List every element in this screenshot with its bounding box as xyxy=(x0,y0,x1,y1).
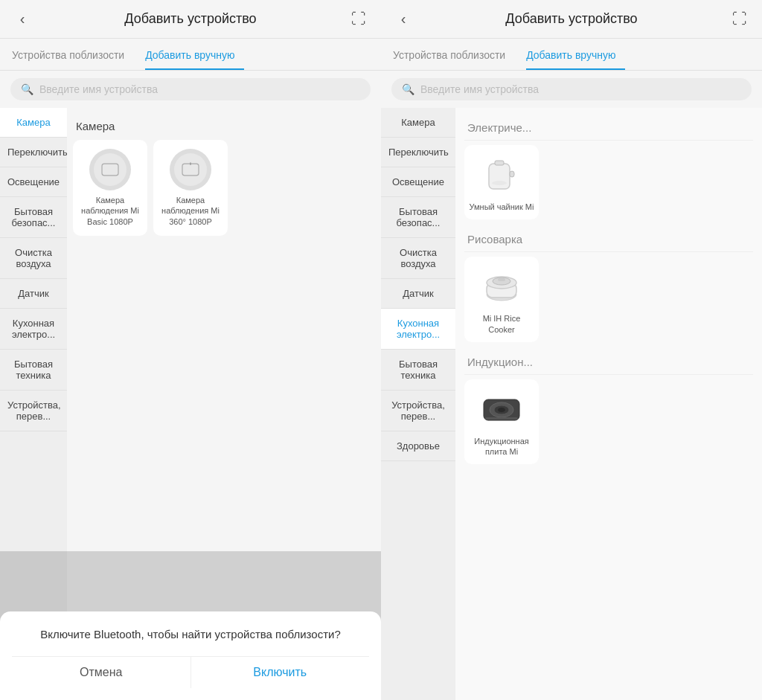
induction-icon xyxy=(479,387,524,431)
sidebar-item-security[interactable]: Бытовая безопас... xyxy=(0,197,67,238)
svg-point-23 xyxy=(498,408,505,412)
left-tabs: Устройства поблизости Добавить вручную xyxy=(0,39,381,71)
right-sidebar-switch[interactable]: Переключить xyxy=(381,138,455,167)
sidebar-item-camera[interactable]: Камера xyxy=(0,108,67,138)
camera1-icon xyxy=(89,149,131,190)
right-sidebar-kitchen[interactable]: Кухонная электро... xyxy=(381,309,455,350)
right-panel: ‹ Добавить устройство ⛶ Устройства побли… xyxy=(381,0,762,700)
sidebar-item-appliance[interactable]: Бытовая техника xyxy=(0,350,67,391)
dialog-overlay: Включите Bluetooth, чтобы найти устройст… xyxy=(0,551,381,700)
left-scan-icon[interactable]: ⛶ xyxy=(348,10,369,28)
rice-cooker-icon xyxy=(479,264,524,309)
right-search-bar[interactable]: 🔍 Введите имя устройства xyxy=(391,78,752,100)
right-sidebar-security[interactable]: Бытовая безопас... xyxy=(381,197,455,238)
svg-point-13 xyxy=(492,181,507,185)
device-card-induction[interactable]: Индукционная плита Mi xyxy=(464,379,539,465)
right-tabs: Устройства поблизости Добавить вручную xyxy=(381,39,762,71)
camera2-icon xyxy=(170,149,211,190)
right-header: ‹ Добавить устройство ⛶ xyxy=(381,0,762,39)
right-sidebar: Камера Переключить Освещение Бытовая без… xyxy=(381,108,455,700)
device-card-kettle[interactable]: Умный чайник Mi xyxy=(464,145,539,219)
camera2-name: Камера наблюдения Mi 360° 1080P xyxy=(159,195,222,227)
dialog-message: Включите Bluetooth, чтобы найти устройст… xyxy=(12,626,369,643)
left-section-heading: Камера xyxy=(73,115,375,140)
kettle-name: Умный чайник Mi xyxy=(470,202,534,212)
sidebar-item-sensor[interactable]: Датчик xyxy=(0,279,67,309)
right-tab-nearby[interactable]: Устройства поблизости xyxy=(393,45,514,70)
category-electric-label: Электриче... xyxy=(464,115,753,141)
device-card-camera2[interactable]: Камера наблюдения Mi 360° 1080P xyxy=(153,140,228,236)
category-electric: Электриче... Умный чайник Mi xyxy=(464,115,753,219)
svg-point-0 xyxy=(94,153,127,186)
category-rice-label: Рисоварка xyxy=(464,227,753,252)
sidebar-item-lighting[interactable]: Освещение xyxy=(0,167,67,197)
right-main-area: Электриче... Умный чайник Mi xyxy=(455,108,762,700)
svg-point-5 xyxy=(174,153,207,186)
sidebar-item-kitchen[interactable]: Кухонная электро... xyxy=(0,309,67,350)
left-header: ‹ Добавить устройство ⛶ xyxy=(0,0,381,39)
right-sidebar-air[interactable]: Очистка воздуха xyxy=(381,238,455,279)
left-search-bar[interactable]: 🔍 Введите имя устройства xyxy=(10,78,371,100)
right-content-area: Камера Переключить Освещение Бытовая без… xyxy=(381,108,762,700)
left-search-placeholder: Введите имя устройства xyxy=(39,83,158,95)
right-devices-row-rice: Mi IH Rice Cooker xyxy=(464,257,753,342)
sidebar-item-air[interactable]: Очистка воздуха xyxy=(0,238,67,279)
right-devices-row-electric: Умный чайник Mi xyxy=(464,145,753,219)
svg-rect-19 xyxy=(498,278,505,281)
device-card-camera1[interactable]: Камера наблюдения Mi Basic 1080P xyxy=(73,140,147,236)
sidebar-item-transport[interactable]: Устройства, перев... xyxy=(0,391,67,431)
dialog-cancel-button[interactable]: Отмена xyxy=(12,657,190,688)
bluetooth-dialog: Включите Bluetooth, чтобы найти устройст… xyxy=(0,611,381,701)
left-back-icon[interactable]: ‹ xyxy=(12,10,33,28)
right-sidebar-lighting[interactable]: Освещение xyxy=(381,167,455,197)
left-devices-grid: Камера наблюдения Mi Basic 1080P xyxy=(73,140,375,236)
right-sidebar-transport[interactable]: Устройства, перев... xyxy=(381,391,455,431)
sidebar-item-switch[interactable]: Переключить xyxy=(0,138,67,167)
left-search-icon: 🔍 xyxy=(21,83,33,95)
dialog-confirm-button[interactable]: Включить xyxy=(190,657,370,688)
right-search-icon: 🔍 xyxy=(402,83,414,95)
left-tab-manual[interactable]: Добавить вручную xyxy=(145,45,243,70)
right-header-title: Добавить устройство xyxy=(414,11,729,27)
right-devices-row-induction: Индукционная плита Mi xyxy=(464,379,753,465)
svg-rect-12 xyxy=(495,161,504,165)
left-header-title: Добавить устройство xyxy=(33,11,348,27)
kettle-icon xyxy=(479,152,524,197)
right-back-icon[interactable]: ‹ xyxy=(393,10,414,28)
right-sidebar-appliance[interactable]: Бытовая техника xyxy=(381,350,455,391)
category-induction-label: Индукцион... xyxy=(464,350,753,375)
camera1-name: Камера наблюдения Mi Basic 1080P xyxy=(79,195,141,227)
left-panel: ‹ Добавить устройство ⛶ Устройства побли… xyxy=(0,0,381,700)
svg-rect-14 xyxy=(510,171,514,177)
induction-name: Индукционная плита Mi xyxy=(469,436,534,457)
right-search-placeholder: Введите имя устройства xyxy=(420,83,539,95)
right-tab-manual[interactable]: Добавить вручную xyxy=(526,45,624,70)
category-induction: Индукцион... Индукционная п xyxy=(464,350,753,465)
rice-cooker-name: Mi IH Rice Cooker xyxy=(469,313,534,335)
dialog-buttons: Отмена Включить xyxy=(12,656,369,688)
right-sidebar-sensor[interactable]: Датчик xyxy=(381,279,455,309)
left-tab-nearby[interactable]: Устройства поблизости xyxy=(12,45,133,70)
right-sidebar-health[interactable]: Здоровье xyxy=(381,431,455,461)
right-scan-icon[interactable]: ⛶ xyxy=(729,10,750,28)
svg-rect-24 xyxy=(485,417,518,420)
category-rice: Рисоварка Mi IH Rice Cooker xyxy=(464,227,753,342)
device-card-rice-cooker[interactable]: Mi IH Rice Cooker xyxy=(464,257,539,342)
right-sidebar-camera[interactable]: Камера xyxy=(381,108,455,138)
